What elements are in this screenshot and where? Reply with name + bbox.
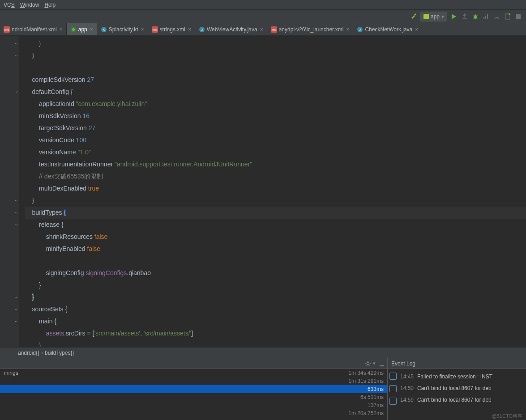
breadcrumb-item[interactable]: buildTypes{} [45, 350, 74, 356]
editor-tab[interactable]: xmlndroidManifest.xml× [0, 23, 67, 35]
build-time: 1m 20s 752ms [348, 409, 384, 417]
tab-label: CheckNetWork.java [365, 26, 412, 33]
tab-label: strings.xml [160, 26, 185, 33]
gear-icon[interactable] [365, 361, 371, 367]
event-log-title: Event Log [388, 358, 526, 369]
close-icon[interactable]: × [415, 26, 418, 33]
editor-tab[interactable]: JCheckNetWork.java× [353, 23, 422, 35]
event-row[interactable]: 14:45Failed to finalize session : INST [400, 371, 524, 382]
file-type-icon: J [199, 26, 205, 33]
breadcrumb-item[interactable]: android{} [18, 350, 39, 356]
event-time: 14:45 [400, 371, 414, 382]
event-message: Can't bind to local 8607 for deb [417, 382, 492, 394]
editor-tab[interactable]: KSplactivity.kt× [97, 23, 148, 35]
breadcrumb-bar: android{} › buildTypes{} [0, 347, 526, 358]
hammer-icon[interactable] [410, 13, 418, 21]
device-icon[interactable] [504, 13, 512, 21]
svg-rect-3 [487, 14, 488, 19]
editor-tab[interactable]: app× [67, 23, 97, 35]
profiler-icon[interactable] [482, 13, 490, 21]
apply-changes-icon[interactable] [461, 13, 469, 21]
svg-point-10 [72, 28, 75, 31]
main-menu: VCS Window Help [0, 0, 526, 10]
event-log-toolbar [388, 369, 398, 420]
fold-marker-icon[interactable] [14, 319, 18, 323]
build-row[interactable]: 633ms [0, 385, 387, 393]
dropdown-icon: ▾ [441, 13, 444, 20]
fold-marker-icon[interactable] [14, 307, 18, 311]
build-time: 633ms [368, 385, 384, 393]
svg-text:xml: xml [4, 28, 9, 31]
editor-tab[interactable]: xmlanydpi-v26\ic_launcher.xml× [267, 23, 354, 35]
build-row[interactable]: 1m 31s 291ms [0, 377, 387, 385]
tab-label: anydpi-v26\ic_launcher.xml [279, 26, 344, 33]
editor-tab[interactable]: JWebViewActivity.java× [195, 23, 267, 35]
build-row[interactable]: 1m 20s 752ms [0, 409, 387, 417]
stop-icon[interactable] [514, 13, 522, 21]
bottom-panel: ▾ rnings1m 34s 429ms1m 31s 291ms633ms6s … [0, 358, 526, 420]
fold-marker-icon[interactable] [14, 222, 18, 227]
event-time: 14:50 [400, 382, 414, 394]
svg-rect-2 [485, 16, 486, 19]
editor-area: } } compileSdkVersion 27 defaultConfig {… [0, 36, 526, 347]
svg-text:K: K [103, 28, 105, 32]
fold-marker-icon[interactable] [14, 53, 18, 58]
tab-label: app [78, 26, 87, 33]
close-icon[interactable]: × [141, 26, 144, 33]
file-type-icon [70, 26, 77, 33]
build-row[interactable]: 6s 511ms [0, 393, 387, 401]
editor-gutter[interactable] [0, 36, 20, 347]
build-output[interactable]: rnings1m 34s 429ms1m 31s 291ms633ms6s 51… [0, 369, 387, 420]
close-icon[interactable]: × [90, 26, 93, 33]
run-config-label: app [431, 13, 440, 20]
menu-help[interactable]: Help [42, 2, 58, 8]
event-tool-icon[interactable] [389, 373, 397, 380]
gauge-icon[interactable] [493, 13, 501, 21]
fold-marker-icon[interactable] [14, 41, 18, 46]
build-time: 137ms [368, 401, 384, 409]
svg-text:xml: xml [271, 28, 276, 31]
run-icon[interactable] [450, 13, 458, 21]
editor-tab[interactable]: xmlstrings.xml× [148, 23, 195, 35]
build-row[interactable]: rnings1m 34s 429ms [0, 369, 387, 377]
menu-vcs[interactable]: VCS [1, 2, 17, 8]
dropdown-icon[interactable]: ▾ [373, 361, 376, 366]
build-row[interactable]: 137ms [0, 401, 387, 409]
svg-point-21 [367, 362, 369, 365]
event-row[interactable]: 14:59Can't bind to local 8607 for deb [400, 394, 524, 406]
fold-marker-icon[interactable] [14, 210, 18, 215]
event-tool-icon[interactable] [389, 398, 397, 405]
event-log-list[interactable]: 14:45Failed to finalize session : INST14… [398, 369, 526, 420]
build-panel-header: ▾ [0, 358, 387, 369]
build-time: 1m 31s 291ms [348, 377, 384, 385]
close-icon[interactable]: × [188, 26, 191, 33]
svg-point-5 [509, 13, 510, 15]
debug-icon[interactable] [471, 13, 479, 21]
svg-point-0 [474, 15, 477, 19]
event-row[interactable]: 14:50Can't bind to local 8607 for deb [400, 382, 524, 394]
event-tool-icon[interactable] [389, 385, 397, 392]
close-icon[interactable]: × [60, 26, 63, 33]
menu-window[interactable]: Window [17, 2, 42, 8]
build-label: rnings [4, 369, 18, 377]
build-time: 6s 511ms [360, 393, 384, 401]
run-config-selector[interactable]: app ▾ [420, 12, 447, 21]
main-toolbar: app ▾ [0, 10, 526, 23]
tab-label: WebViewActivity.java [207, 26, 257, 33]
minimize-icon[interactable] [379, 361, 385, 366]
file-type-icon: xml [4, 26, 10, 33]
code-editor[interactable]: } } compileSdkVersion 27 defaultConfig {… [20, 36, 526, 347]
fold-marker-icon[interactable] [14, 198, 18, 203]
svg-text:J: J [201, 28, 203, 32]
tab-label: Splactivity.kt [109, 26, 138, 33]
file-type-icon: xml [271, 26, 277, 33]
event-message: Failed to finalize session : INST [417, 371, 492, 382]
file-type-icon: xml [152, 26, 158, 33]
fold-marker-icon[interactable] [14, 89, 18, 94]
close-icon[interactable]: × [260, 26, 263, 33]
fold-marker-icon[interactable] [14, 295, 18, 299]
close-icon[interactable]: × [346, 26, 349, 33]
watermark-text: @51CTO博客 [492, 413, 522, 420]
file-type-icon: J [357, 26, 363, 33]
svg-rect-6 [516, 14, 521, 19]
